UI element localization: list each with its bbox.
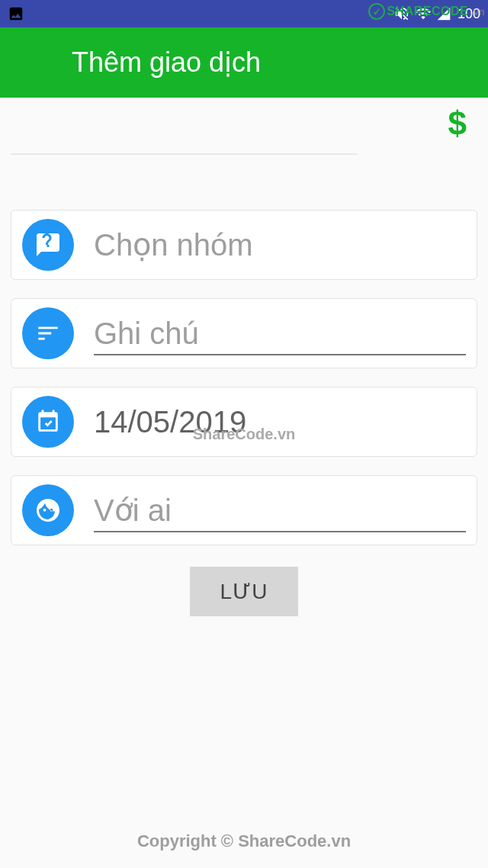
face-icon	[22, 484, 74, 536]
note-input[interactable]: Ghi chú	[94, 317, 466, 351]
currency-symbol: $	[448, 104, 467, 143]
note-placeholder: Ghi chú	[94, 317, 466, 351]
amount-row[interactable]: $	[0, 98, 488, 153]
person-input[interactable]: Với ai	[94, 493, 466, 528]
group-row[interactable]: Chọn nhóm	[11, 210, 477, 280]
calendar-icon	[22, 396, 74, 448]
sharecode-logo: ✓ SHARECODE.vn	[368, 3, 485, 20]
note-row[interactable]: Ghi chú	[11, 298, 477, 368]
sort-icon	[22, 307, 74, 359]
app-bar: Thêm giao dịch	[0, 27, 488, 98]
date-value: 14/05/2019	[94, 405, 466, 439]
footer-copyright: Copyright © ShareCode.vn	[0, 831, 488, 851]
question-icon	[22, 219, 74, 271]
form-list: Chọn nhóm Ghi chú 14/05/2019 Với ai	[0, 201, 488, 545]
image-icon	[8, 5, 24, 22]
sharecode-brand: SHARECODE	[387, 5, 468, 18]
page-title: Thêm giao dịch	[72, 47, 261, 79]
amount-input-underline	[11, 153, 358, 155]
sharecode-suffix: .vn	[470, 6, 485, 18]
date-row[interactable]: 14/05/2019	[11, 387, 477, 457]
person-row[interactable]: Với ai	[11, 475, 477, 545]
save-button[interactable]: LƯU	[190, 567, 299, 616]
group-label: Chọn nhóm	[94, 227, 466, 262]
person-placeholder: Với ai	[94, 493, 466, 528]
